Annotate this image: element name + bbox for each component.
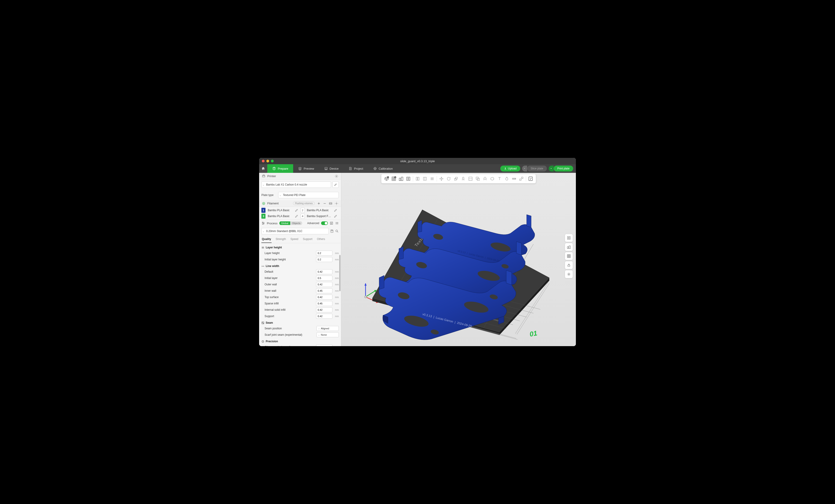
print-plate-button[interactable]: Print plate <box>554 166 573 171</box>
lock-plate-button[interactable] <box>565 261 573 269</box>
add-cube-tool[interactable] <box>383 175 390 182</box>
lw-outer-input[interactable] <box>316 282 332 287</box>
assembly-tool[interactable] <box>518 175 525 182</box>
search-icon[interactable] <box>335 229 339 233</box>
pencil-icon[interactable] <box>334 214 338 218</box>
tab-preview[interactable]: Preview <box>293 164 319 173</box>
ams-icon[interactable] <box>329 202 332 205</box>
filament-swatch-1[interactable]: 1 <box>261 208 265 213</box>
viewport-toolbar <box>382 174 536 183</box>
window-close-button[interactable] <box>262 160 265 162</box>
filament-swatch-2[interactable]: 2 <box>301 208 305 213</box>
save-icon[interactable] <box>330 229 334 233</box>
filament-name-3[interactable]: Bambu PLA Basic <box>266 214 294 219</box>
split-object-tool[interactable] <box>414 175 421 182</box>
cut-tool[interactable] <box>467 175 474 182</box>
global-objects-toggle[interactable]: Global Objects <box>279 221 302 225</box>
viewport-3d[interactable]: PLA/ABS/PETG HOT SURFACE Texture 01 <box>341 173 576 346</box>
printer-icon <box>262 174 265 178</box>
support-paint-tool[interactable] <box>482 175 489 182</box>
svg-rect-42 <box>568 265 570 267</box>
lw-sparse-input[interactable] <box>316 301 332 306</box>
lw-default-input[interactable] <box>316 269 332 274</box>
slice-plate-button[interactable]: Slice plate <box>527 166 547 171</box>
gear-icon[interactable] <box>335 174 338 178</box>
filament-section-header: Filament Flushing volumes <box>259 200 341 207</box>
color-paint-tool[interactable] <box>504 175 510 182</box>
sidebar: Printer ⌄ Bambu Lab X1 Carbon 0.4 nozzle… <box>259 173 341 346</box>
mesh-boolean-tool[interactable] <box>474 175 481 182</box>
layer-height-input[interactable] <box>316 251 332 256</box>
lw-support-input[interactable] <box>316 314 332 319</box>
edit-printer-button[interactable] <box>332 182 339 188</box>
minus-icon[interactable] <box>323 202 327 205</box>
assembly-view-tool[interactable] <box>527 175 534 182</box>
orient-plate-button[interactable] <box>565 243 573 251</box>
svg-point-15 <box>263 224 263 225</box>
svg-point-17 <box>336 230 338 232</box>
slice-dropdown-toggle[interactable] <box>522 166 527 171</box>
initial-layer-height-input[interactable] <box>316 257 332 262</box>
pencil-icon[interactable] <box>295 214 298 218</box>
measure-tool[interactable] <box>511 175 517 182</box>
clear-plate-button[interactable] <box>565 234 573 242</box>
group-layer-height[interactable]: Layer height <box>259 244 341 250</box>
pencil-icon[interactable] <box>334 208 338 212</box>
tab-strength[interactable]: Strength <box>275 236 286 243</box>
seam-paint-tool[interactable] <box>489 175 496 182</box>
arrange-plate-button[interactable] <box>565 252 573 260</box>
arrange-tool[interactable] <box>398 175 405 182</box>
split-part-tool[interactable] <box>422 175 428 182</box>
filament-name-2[interactable]: Bambu PLA Basic <box>306 208 333 213</box>
move-tool[interactable] <box>438 175 445 182</box>
advanced-switch[interactable] <box>321 222 328 225</box>
plus-icon[interactable] <box>317 202 321 205</box>
print-dropdown-toggle[interactable] <box>549 166 554 171</box>
window-minimize-button[interactable] <box>266 160 269 162</box>
add-plate-tool[interactable] <box>390 175 397 182</box>
lw-top-input[interactable] <box>316 295 332 300</box>
process-preset-dropdown[interactable]: ⌄ 0.20mm Standard @BBL X1C <box>261 228 329 234</box>
filament-name-4[interactable]: Bambu Support For ... <box>306 214 333 219</box>
filament-name-1[interactable]: Bambu PLA Basic <box>266 208 294 213</box>
seam-position-select[interactable]: ⌄Aligned <box>317 326 339 331</box>
lay-flat-tool[interactable] <box>460 175 467 182</box>
compare-icon[interactable] <box>335 222 339 225</box>
variable-height-tool[interactable] <box>429 175 436 182</box>
group-precision[interactable]: Precision <box>259 338 341 344</box>
text-tool[interactable] <box>496 175 503 182</box>
home-tab[interactable] <box>259 164 267 173</box>
tab-support[interactable]: Support <box>303 236 313 243</box>
tab-device[interactable]: Device <box>319 164 344 173</box>
group-line-width[interactable]: Line width <box>259 262 341 269</box>
group-seam[interactable]: Seam <box>259 319 341 325</box>
plate-settings-button[interactable] <box>565 270 573 278</box>
pencil-icon[interactable] <box>295 208 298 212</box>
scale-tool[interactable] <box>453 175 460 182</box>
scarf-joint-select[interactable]: ⌄None <box>317 332 339 337</box>
list-icon[interactable] <box>330 222 333 225</box>
upload-button[interactable]: Upload <box>500 166 520 171</box>
window-maximize-button[interactable] <box>271 160 273 162</box>
gear-icon[interactable] <box>335 202 338 205</box>
gap-closing-input[interactable] <box>316 344 332 346</box>
lw-solid-input[interactable] <box>316 307 332 312</box>
lw-initial-input[interactable] <box>316 276 332 280</box>
tab-calibration[interactable]: Calibration <box>368 164 398 173</box>
printer-preset-dropdown[interactable]: ⌄ Bambu Lab X1 Carbon 0.4 nozzle <box>261 182 331 188</box>
lw-inner-input[interactable] <box>316 288 332 293</box>
tab-others[interactable]: Others <box>317 236 326 243</box>
upload-icon <box>504 167 507 170</box>
svg-point-14 <box>263 223 264 224</box>
tab-prepare[interactable]: Prepare <box>267 164 293 173</box>
orient-tool[interactable] <box>405 175 412 182</box>
settings-tabs: Quality Strength Speed Support Others <box>259 236 341 243</box>
filament-swatch-4[interactable]: 4 <box>301 214 305 219</box>
plate-type-dropdown[interactable]: ⌄ Textured PEI Plate <box>278 192 339 198</box>
rotate-tool[interactable] <box>445 175 452 182</box>
filament-swatch-3[interactable]: 3 <box>261 214 265 219</box>
tab-speed[interactable]: Speed <box>290 236 299 243</box>
flushing-volumes-button[interactable]: Flushing volumes <box>293 202 315 205</box>
tab-project[interactable]: Project <box>344 164 368 173</box>
tab-quality[interactable]: Quality <box>261 236 271 243</box>
